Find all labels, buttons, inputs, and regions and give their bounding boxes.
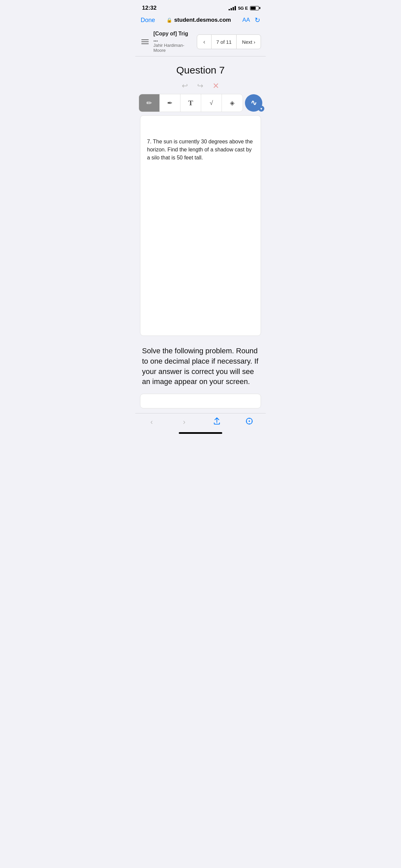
student-name: Jahir Hardiman-Moore <box>153 43 193 53</box>
question-title: Question 7 <box>135 57 266 81</box>
activity-title: [Copy of] Trig ... <box>153 31 193 43</box>
menu-button[interactable] <box>140 38 150 45</box>
browser-forward-button[interactable]: › <box>176 418 192 427</box>
status-icons: 5G E <box>228 6 259 11</box>
next-label: Next <box>242 39 252 45</box>
text-icon: T <box>188 99 193 107</box>
sqrt-icon: √ <box>210 100 213 106</box>
browser-back-button[interactable]: ‹ <box>143 418 160 427</box>
hamburger-line <box>141 43 149 44</box>
undo-redo-row: ↩ ↪ ✕ <box>182 81 219 91</box>
nav-controls: ‹ 7 of 11 Next › <box>197 34 261 49</box>
done-button[interactable]: Done <box>141 17 155 24</box>
pen-icon: ✒ <box>167 99 173 107</box>
browser-actions: AA ↻ <box>242 16 260 24</box>
browser-back-icon: ‹ <box>150 418 153 427</box>
eraser-tool-button[interactable]: ◈ <box>222 94 243 112</box>
home-bar <box>179 432 222 434</box>
prev-icon: ‹ <box>203 38 205 45</box>
question-text: 7. The sun is currently 30 degrees above… <box>147 138 254 162</box>
share-icon <box>213 417 220 427</box>
tool-row: ✏ ✒ T √ ◈ <box>139 94 243 112</box>
desmos-button[interactable]: ∿ ▼ <box>245 94 262 112</box>
clear-button[interactable]: ✕ <box>213 81 219 91</box>
text-tool-button[interactable]: T <box>181 94 201 112</box>
share-button[interactable] <box>209 417 225 427</box>
dropdown-caret-icon: ▼ <box>260 107 263 111</box>
signal-bars-icon <box>228 6 236 10</box>
drawing-area[interactable]: 7. The sun is currently 30 degrees above… <box>140 115 261 336</box>
reload-icon[interactable]: ↻ <box>255 16 260 24</box>
toolbar-area: ↩ ↪ ✕ ✏ ✒ T √ <box>135 81 266 115</box>
aa-button[interactable]: AA <box>242 17 250 23</box>
math-tool-button[interactable]: √ <box>201 94 222 112</box>
battery-icon <box>250 6 259 10</box>
svg-point-1 <box>249 421 250 422</box>
next-question-button[interactable]: Next › <box>236 34 261 49</box>
tool-row-container: ✏ ✒ T √ ◈ ∿ ▼ <box>139 94 262 112</box>
status-bar: 12:32 5G E <box>135 0 266 14</box>
undo-icon: ↩ <box>182 82 188 90</box>
home-indicator <box>135 430 266 438</box>
redo-button[interactable]: ↪ <box>197 82 203 90</box>
browser-bar: Done 🔒 student.desmos.com AA ↻ <box>135 14 266 27</box>
redo-icon: ↪ <box>197 82 203 90</box>
url-text: student.desmos.com <box>174 17 231 23</box>
main-content: Question 7 ↩ ↪ ✕ ✏ ✒ T <box>135 57 266 408</box>
bottom-hint-bar <box>140 394 261 408</box>
next-chevron-icon: › <box>254 39 255 45</box>
question-counter: 7 of 11 <box>212 34 236 49</box>
url-bar: 🔒 student.desmos.com <box>166 17 231 23</box>
pen-tool-button[interactable]: ✒ <box>160 94 181 112</box>
instructions-text: Solve the following problem. Round to on… <box>135 341 266 394</box>
pencil-icon: ✏ <box>146 99 152 107</box>
status-time: 12:32 <box>142 5 156 11</box>
lock-icon: 🔒 <box>166 18 172 23</box>
header-title-area: [Copy of] Trig ... Jahir Hardiman-Moore <box>153 31 193 53</box>
prev-question-button[interactable]: ‹ <box>197 34 212 49</box>
desmos-logo-icon: ∿ <box>251 99 257 107</box>
undo-button[interactable]: ↩ <box>182 82 188 90</box>
desmos-dropdown: ▼ <box>258 105 264 112</box>
clear-icon: ✕ <box>213 81 219 91</box>
browser-bottom-bar: ‹ › <box>135 413 266 430</box>
compass-button[interactable] <box>241 417 258 427</box>
network-type-label: 5G E <box>238 6 248 11</box>
hamburger-line <box>141 39 149 40</box>
eraser-icon: ◈ <box>230 99 235 106</box>
pencil-tool-button[interactable]: ✏ <box>139 94 160 112</box>
hamburger-line <box>141 41 149 42</box>
app-header: [Copy of] Trig ... Jahir Hardiman-Moore … <box>135 27 266 57</box>
compass-icon <box>246 417 253 427</box>
browser-forward-icon: › <box>183 418 185 427</box>
